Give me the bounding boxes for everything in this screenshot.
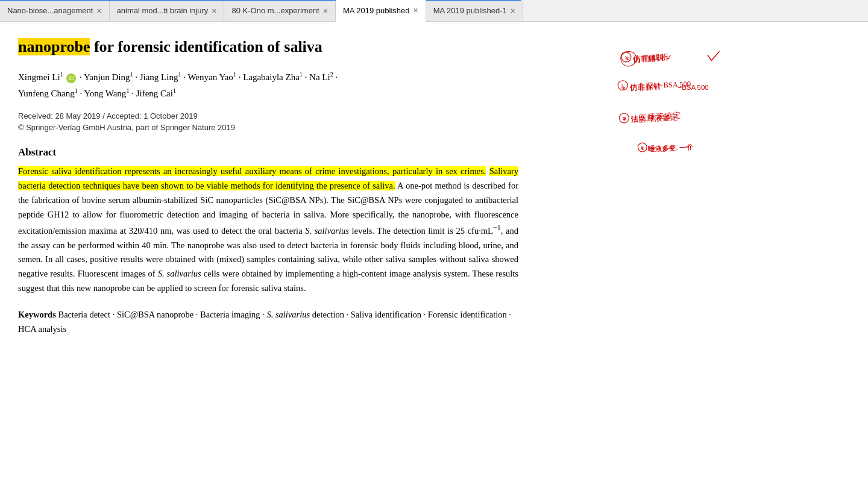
svg-text:2: 2 [621, 83, 624, 89]
svg-text:1: 1 [624, 55, 627, 60]
keywords-label: Keywords [18, 310, 56, 319]
svg-text:−BSA 500: −BSA 500 [678, 84, 709, 91]
close-tab-ma2019[interactable]: × [414, 6, 418, 14]
abstract-highlight-1: Forensic saliva identification represent… [18, 166, 486, 176]
close-tab-ma2019-1[interactable]: × [511, 7, 515, 15]
title-highlight: nanoprobe [18, 38, 90, 55]
svg-text:仿非探针-BSA 500: 仿非探针-BSA 500 [629, 80, 691, 91]
paper-title: nanoprobe for forensic identification of… [18, 36, 518, 57]
svg-text:法医唾液鉴定: 法医唾液鉴定 [631, 113, 678, 124]
abstract-body: Forensic saliva identification represent… [18, 164, 518, 296]
orcid-icon: iD [66, 74, 76, 83]
svg-text:唾液多变. 一个: 唾液多变. 一个 [648, 143, 694, 152]
svg-point-0 [621, 52, 631, 62]
close-tab-nano[interactable]: × [96, 7, 101, 15]
author-separator-1: · Yanjun Ding1 · Jiang Ling1 · Wenyan Ya… [80, 72, 338, 82]
svg-text:③: ③ [623, 116, 627, 122]
svg-text:仿非探针: 仿非探针 [629, 83, 662, 92]
svg-point-6 [619, 113, 629, 123]
svg-text:仿前解析: 仿前解析 [632, 53, 670, 64]
annotation-container: 1 仿前解析 ✓ 2 仿非探针-BSA 500 3 法医唾液鉴定 [561, 34, 790, 275]
abstract-title: Abstract [18, 146, 518, 158]
svg-text:①: ① [641, 146, 645, 151]
svg-point-9 [638, 143, 647, 152]
keywords-section: Keywords Bacteria detect · SiC@BSA nanop… [18, 308, 518, 337]
svg-point-3 [618, 81, 627, 90]
svg-text:仿前解析 ✓: 仿前解析 ✓ [632, 53, 673, 63]
close-tab-animal[interactable]: × [212, 7, 216, 15]
tab-bar: Nano-biose...anagement × animal mod...ti… [0, 0, 868, 22]
keywords-text: Bacteria detect · SiC@BSA nanoprobe · Ba… [18, 310, 511, 334]
abstract-main: A one-pot method is described for the fa… [18, 181, 518, 293]
tab-animal[interactable]: animal mod...ti brain injury × [110, 0, 225, 21]
author-1: Xingmei Li1 [18, 72, 63, 82]
close-tab-80k[interactable]: × [323, 7, 328, 15]
tab-80k[interactable]: 80 K-Ono m...experiment × [224, 0, 335, 21]
tab-nano[interactable]: Nano-biose...anagement × [0, 0, 110, 21]
title-rest: for forensic identification of saliva [94, 38, 322, 55]
svg-text:3: 3 [623, 116, 626, 121]
svg-text:法医唾液鉴定: 法医唾液鉴定 [631, 110, 682, 123]
handwriting-paths: ① 仿前解析 ② 仿非探针 −BSA 500 ③ 法医唾液鉴定 ① 唾液多变. … [561, 34, 790, 275]
tab-ma2019[interactable]: MA 2019 published × [336, 0, 426, 22]
author-line2: Yunfeng Chang1 · Yong Wang1 · Jifeng Cai… [18, 89, 176, 98]
svg-text:②: ② [621, 86, 626, 91]
annotation-3: 3 法医唾液鉴定 [619, 113, 678, 124]
svg-text:1: 1 [641, 145, 643, 150]
annotation-middle: 1 唾液多变. 一个 [638, 143, 691, 152]
authors-line: Xingmei Li1 iD · Yanjun Ding1 · Jiang Li… [18, 69, 518, 102]
tab-ma2019-1[interactable]: MA 2019 published-1 × [426, 0, 523, 21]
copyright-text: © Springer-Verlag GmbH Austria, part of … [18, 123, 518, 132]
annotation-1: 1 仿前解析 ✓ [621, 52, 673, 63]
handwritten-annotations: 1 仿前解析 ✓ 2 仿非探针-BSA 500 3 法医唾液鉴定 [561, 34, 790, 275]
content-area: nanoprobe for forensic identification of… [0, 22, 868, 488]
svg-text:①: ① [626, 56, 630, 61]
annotations-panel: 1 仿前解析 ✓ 2 仿非探针-BSA 500 3 法医唾液鉴定 [542, 22, 772, 488]
loading-bar [0, 0, 521, 1]
received-date: Received: 28 May 2019 / Accepted: 1 Octo… [18, 111, 518, 120]
annotation-2: 2 仿非探针-BSA 500 [618, 80, 691, 91]
svg-text:唾液多变. 一个: 唾液多变. 一个 [649, 144, 692, 152]
paper-content: nanoprobe for forensic identification of… [0, 22, 542, 488]
